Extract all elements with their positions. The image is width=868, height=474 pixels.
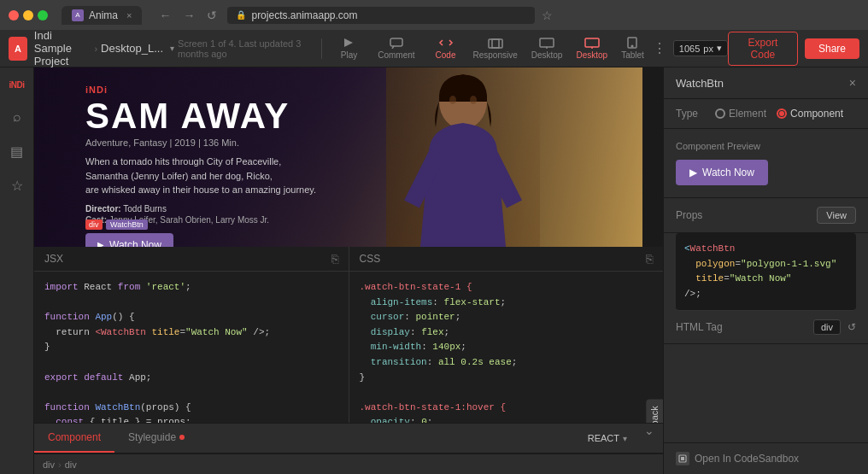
breadcrumb-separator: › (58, 459, 62, 470)
sidebar-star-icon[interactable]: ☆ (2, 170, 32, 201)
code-line: import React from 'react'; (44, 280, 338, 296)
type-row: Type Element Component (664, 99, 868, 129)
app-toolbar: A Indi Sample Project › Desktop_L... ▾ S… (0, 30, 868, 67)
preview-watch-button[interactable]: ▶ Watch Now (676, 160, 768, 185)
component-preview-section: Component Preview ▶ Watch Now (664, 129, 868, 198)
maximize-dot[interactable] (38, 10, 48, 20)
view-button[interactable]: View (817, 207, 856, 224)
toolbar-actions: Play Comment Code (336, 35, 461, 61)
layers-icon: ▤ (10, 143, 23, 160)
movie-description: When a tornado hits through City of Peac… (85, 155, 316, 197)
movie-content: iNDi SAM AWAY Adventure, Fantasy | 2019 … (85, 85, 316, 247)
lock-icon: 🔒 (236, 10, 246, 20)
jsx-header: JSX ⎘ (34, 247, 349, 272)
refresh-tag-button[interactable]: ↺ (847, 321, 856, 333)
component-tab[interactable]: Component (34, 424, 114, 453)
jsx-code-body: import React from 'react'; function App(… (34, 272, 349, 423)
css-copy-button[interactable]: ⎘ (646, 252, 653, 266)
preview-watch-label: Watch Now (702, 167, 754, 178)
watch-tag-badge: WatchBtn (106, 219, 148, 230)
screen-info: Screen 1 of 4. Last updated 3 months ago (178, 38, 314, 59)
svg-rect-3 (492, 39, 499, 48)
project-name-text: Indi Sample Project (34, 29, 91, 67)
expand-button[interactable]: ⌄ (636, 424, 663, 453)
app-logo: A (9, 37, 27, 61)
code-line: cursor: pointer; (360, 310, 654, 325)
code-line: function WatchBtn(props) { (44, 401, 338, 416)
feedback-button[interactable]: Feedback (646, 399, 663, 423)
desktop-button[interactable]: Desktop (571, 35, 613, 61)
dimension-input[interactable]: 1065 px ▾ (673, 40, 728, 56)
jsx-label: JSX (44, 253, 63, 265)
code-line: transition: all 0.2s ease; (360, 355, 654, 371)
codesandbox-icon (676, 452, 689, 465)
component-radio-circle (777, 108, 787, 119)
code-button[interactable]: Code (431, 35, 461, 61)
responsive-button[interactable]: Responsive (467, 35, 522, 61)
code-line (44, 355, 338, 371)
props-code-block: <WatchBtn polygon="polygon-1-1.svg" titl… (676, 233, 856, 311)
sidebar-layers-icon[interactable]: ▤ (2, 136, 32, 167)
code-line: } (360, 371, 654, 386)
person-silhouette (386, 67, 540, 247)
css-label: CSS (360, 253, 381, 265)
star-icon: ☆ (11, 178, 23, 194)
element-radio[interactable]: Element (715, 108, 766, 120)
right-panel-header: WatchBtn × (664, 67, 868, 99)
tab-close-icon[interactable]: × (126, 10, 132, 20)
preview-play-icon: ▶ (689, 167, 697, 178)
watch-now-button[interactable]: ▶ Watch Now (85, 233, 173, 248)
styleguide-tab[interactable]: Styleguide (114, 424, 198, 453)
back-button[interactable]: ← (155, 7, 174, 24)
close-dot[interactable] (9, 10, 19, 20)
browser-tab[interactable]: A Anima × (62, 6, 142, 25)
right-panel: WatchBtn × Type Element Component Compon… (663, 67, 868, 474)
code-line: align-items: flex-start; (360, 296, 654, 311)
left-sidebar: iNDi ⌕ ▤ ☆ (0, 67, 34, 474)
react-dropdown[interactable]: REACT ▾ (579, 424, 636, 453)
bookmark-button[interactable]: ☆ (542, 9, 553, 22)
movie-meta: Adventure, Fantasy | 2019 | 136 Min. (85, 138, 316, 148)
code-line: return <WatchBtn title="Watch Now" />; (44, 325, 338, 341)
refresh-button[interactable]: ↺ (203, 7, 220, 24)
chevron-down-icon: ▾ (623, 434, 627, 443)
props-section: Props View (664, 198, 868, 233)
close-panel-button[interactable]: × (849, 76, 856, 90)
forward-button[interactable]: → (179, 7, 198, 24)
movie-card: iNDi SAM AWAY Adventure, Fantasy | 2019 … (34, 67, 642, 247)
jsx-copy-button[interactable]: ⎘ (331, 252, 338, 266)
movie-title: SAM AWAY (85, 98, 316, 134)
minimize-dot[interactable] (23, 10, 33, 20)
play-button[interactable]: Play (336, 35, 362, 61)
breadcrumb-div-2[interactable]: div (65, 459, 77, 470)
code-line: function App() { (44, 310, 338, 325)
export-code-button[interactable]: Export Code (728, 32, 798, 66)
url-text: projects.animaapp.com (251, 9, 357, 21)
share-button[interactable]: Share (805, 38, 859, 59)
svg-point-9 (632, 45, 634, 47)
code-line: opacity: 0; (360, 415, 654, 423)
browser-navigation: ← → ↺ (155, 7, 220, 24)
code-line (44, 385, 338, 401)
indi-badge: iNDi (85, 85, 316, 95)
breadcrumb-div-1[interactable]: div (43, 459, 55, 470)
desktop2-button[interactable]: Desktop (526, 35, 568, 61)
tablet-button[interactable]: Tablet (616, 35, 649, 61)
code-line: .watch-btn-state-1:hover { (360, 401, 654, 416)
open-codesandbox-button[interactable]: Open In CodeSandbox (664, 442, 868, 474)
browser-chrome: A Anima × ← → ↺ 🔒 projects.animaapp.com … (0, 0, 868, 30)
breadcrumb-bar: div › div (34, 454, 663, 474)
address-bar[interactable]: 🔒 projects.animaapp.com (227, 7, 535, 24)
svg-rect-14 (681, 457, 684, 460)
component-radio[interactable]: Component (777, 108, 843, 120)
div-badge: div (85, 219, 103, 230)
comment-button[interactable]: Comment (372, 35, 419, 61)
kebab-menu-button[interactable]: ⋮ (653, 40, 666, 56)
window-controls (9, 10, 48, 20)
sidebar-search-icon[interactable]: ⌕ (2, 102, 32, 132)
panel-title: WatchBtn (676, 77, 724, 90)
tab-dot (179, 435, 185, 440)
responsive-tools: Responsive Desktop Desktop Tablet ⋮ (467, 35, 666, 61)
project-dropdown-icon[interactable]: ▾ (170, 44, 174, 53)
main-layout: iNDi ⌕ ▤ ☆ (0, 67, 868, 474)
